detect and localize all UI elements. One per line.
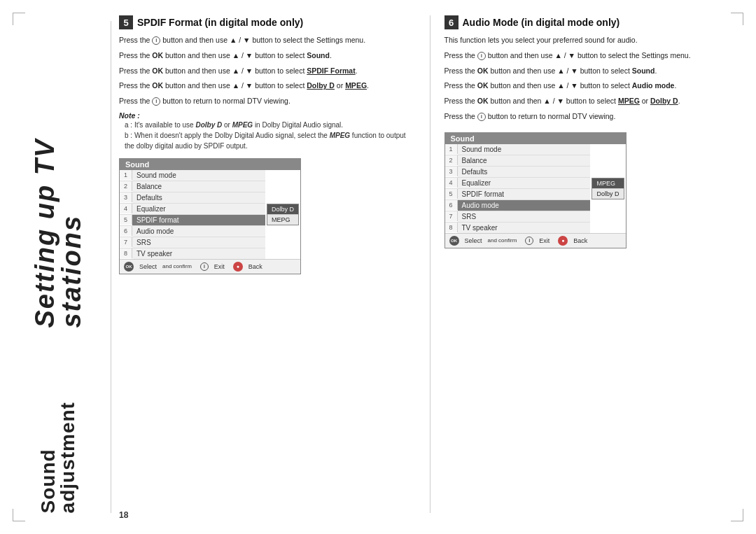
sound-menu-right: Sound 1 Sound mode 2 Balance 3 Defaults [444,132,626,248]
dropdown-left-dolby: Dolby D [267,204,298,215]
section5-column: 5 SPDIF Format (in digital mode only) Pr… [119,15,416,513]
sound-menu-right-header: Sound [445,133,626,144]
section6-para5: Press the OK button and then ▲ / ▼ butto… [444,96,741,107]
back-label-right: Back [573,237,587,244]
sound-row-left-8: 8 TV speaker [120,248,265,259]
sound-menu-right-body: 1 Sound mode 2 Balance 3 Defaults 4 Equa… [445,144,626,233]
menu-footer-left: OK Select and confirm i Exit ● Back [120,259,300,274]
sound-row-right-8: 8 TV speaker [445,223,591,233]
back-label-left: Back [248,263,262,270]
section5-para3: Press the OK button and then use ▲ / ▼ b… [119,66,416,77]
select-label-left: Select [139,263,157,270]
section6-para3: Press the OK button and then use ▲ / ▼ b… [444,66,741,77]
main-content: 5 SPDIF Format (in digital mode only) Pr… [119,15,741,513]
sidebar-title2: Sound adjustment [38,334,78,513]
info-icon-4: i [477,113,486,121]
info-icon-3: i [477,52,486,60]
dropdown-right: MPEG Dolby D [592,178,624,199]
sidebar-title1: Setting up TV stations [31,21,85,328]
sound-menu-right-dropdown: MPEG Dolby D [590,144,625,233]
section5-header: 5 SPDIF Format (in digital mode only) [119,15,416,29]
section6-para1: This function lets you select your prefe… [444,35,741,46]
sidebar: Setting up TV stations Sound adjustment [13,21,104,513]
sound-menu-left-body: 1 Sound mode 2 Balance 3 Defaults 4 Equa… [120,170,300,259]
sound-row-right-3: 3 Defaults [445,167,591,178]
sound-row-left-4: 4 Equalizer [120,204,265,215]
sound-row-left-7: 7 SRS [120,237,265,248]
section6-para2: Press the i button and then use ▲ / ▼ bu… [444,50,741,62]
info-icon-2: i [152,97,160,106]
sound-menu-left-header: Sound [120,159,300,170]
section6-number: 6 [444,15,458,29]
note-b: b : When it doesn't apply the Dolby Digi… [119,130,416,151]
info-icon-footer-right: i [525,237,533,245]
sound-row-left-2: 2 Balance [120,181,265,192]
dropdown-right-dolby: Dolby D [592,189,623,199]
dropdown-right-mpeg: MPEG [592,178,623,189]
section5-note: Note : a : It's available to use Dolby D… [119,111,416,151]
vertical-divider [111,21,111,513]
sound-row-left-3: 3 Defaults [120,192,265,204]
sound-menu-left-dropdown: Dolby D MEPG [265,170,300,259]
confirm-label-left: and confirm [162,263,192,269]
sound-row-left-1: 1 Sound mode [120,170,265,181]
section5-para2: Press the OK button and then use ▲ / ▼ b… [119,50,416,62]
sound-menu-left: Sound 1 Sound mode 2 Balance 3 Defaults [119,158,301,274]
section5-title: SPDIF Format (in digital mode only) [137,17,303,28]
page-number: 18 [119,510,128,520]
back-icon-left: ● [233,262,243,272]
section5-para1: Press the i button and then use ▲ / ▼ bu… [119,35,416,46]
sound-row-right-2: 2 Balance [445,155,591,167]
section6-title: Audio Mode (in digital mode only) [463,17,620,28]
ok-icon-right: OK [449,236,459,246]
sound-row-left-6: 6 Audio mode [120,226,265,237]
note-a: a : It's available to use Dolby D or MPE… [119,120,416,130]
sound-row-right-7: 7 SRS [445,211,591,223]
select-label-right: Select [465,237,482,244]
section6-para6: Press the i button to return to normal D… [444,111,741,122]
info-icon-1: i [152,36,160,45]
info-icon-footer-left: i [200,262,209,271]
sound-menu-right-rows: 1 Sound mode 2 Balance 3 Defaults 4 Equa… [445,144,591,233]
section6-column: 6 Audio Mode (in digital mode only) This… [444,15,741,513]
exit-label-right: Exit [539,237,550,244]
sound-row-right-1: 1 Sound mode [445,144,591,155]
sound-row-right-6: 6 Audio mode [445,200,591,211]
section5-number: 5 [119,15,133,29]
section5-para4: Press the OK button and then use ▲ / ▼ b… [119,80,416,92]
menu-footer-right: OK Select and confirm i Exit ● Back [445,233,626,248]
dropdown-left: Dolby D MEPG [267,204,299,225]
section6-para4: Press the OK button and then use ▲ / ▼ b… [444,80,741,92]
ok-icon-left: OK [124,262,134,272]
confirm-label-right: and confirm [488,237,517,244]
sound-row-left-5: 5 SPDIF format [120,215,265,226]
dropdown-left-mepg: MEPG [267,215,298,225]
note-label: Note : [119,111,416,120]
column-divider [430,15,430,513]
section6-header: 6 Audio Mode (in digital mode only) [444,15,741,29]
sound-row-right-4: 4 Equalizer [445,178,591,189]
sound-menu-left-rows: 1 Sound mode 2 Balance 3 Defaults 4 Equa… [120,170,265,259]
sound-row-right-5: 5 SPDIF format [445,189,591,200]
section5-para5: Press the i button to return to normal D… [119,96,416,107]
back-icon-right: ● [558,236,568,246]
exit-label-left: Exit [214,263,225,270]
